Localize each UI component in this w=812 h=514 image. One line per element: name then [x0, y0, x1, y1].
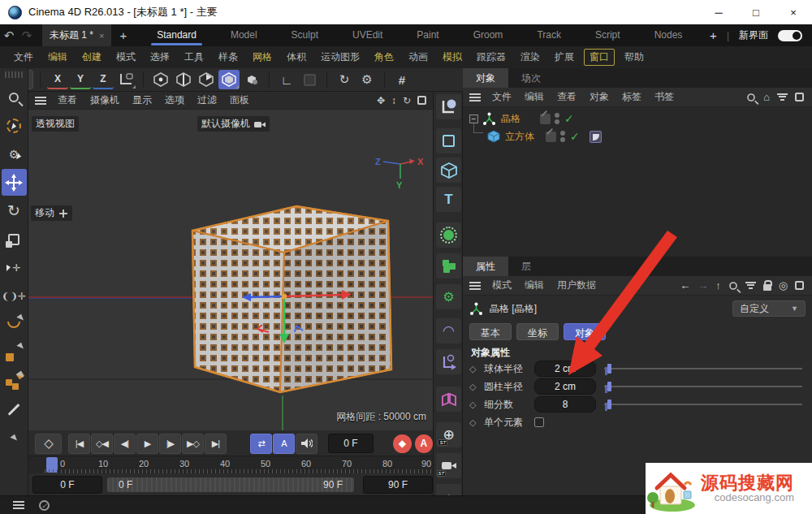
menu-simulate[interactable]: 模拟 — [435, 49, 469, 66]
subdivisions-slider[interactable] — [604, 399, 806, 410]
enabled-check-icon-2[interactable]: ✓ — [570, 130, 580, 143]
menu-render[interactable]: 渲染 — [513, 49, 547, 66]
sphere-radius-slider[interactable] — [604, 363, 806, 374]
next-frame-button[interactable]: |▶ — [159, 434, 181, 454]
workplane-button[interactable]: ∟ — [276, 70, 297, 89]
tab-objects[interactable]: 对象 — [463, 68, 508, 88]
range-start-field[interactable]: 0 F — [32, 476, 102, 494]
range-slider[interactable]: 0 F 90 F — [107, 477, 354, 492]
am-popout-icon[interactable] — [795, 281, 804, 290]
stage-camera-button[interactable]: ST — [436, 453, 461, 478]
orbit-view-icon[interactable]: ↻ — [403, 95, 411, 106]
lock-y-axis-button[interactable]: Y — [70, 70, 91, 89]
menu-tools[interactable]: 工具 — [177, 49, 211, 66]
tweak-tool-button[interactable]: ⚙ — [2, 140, 27, 167]
menu-volume[interactable]: 体积 — [279, 49, 313, 66]
key-diamond-icon-4[interactable]: ◇ — [469, 417, 484, 428]
key-diamond-icon-2[interactable]: ◇ — [469, 382, 484, 392]
goto-start-button[interactable]: |◀ — [68, 434, 90, 454]
om-menu-view[interactable]: 查看 — [551, 89, 583, 106]
toggle-panel-icon[interactable] — [417, 96, 426, 105]
autokey-record-button[interactable]: A — [415, 434, 434, 453]
brush-tool-button[interactable] — [2, 396, 27, 423]
bend-deformer-button[interactable]: ◠ — [436, 318, 461, 343]
document-tab[interactable]: 未标题 1 * × — [42, 24, 111, 46]
vp-menu-camera[interactable]: 摄像机 — [84, 92, 126, 109]
am-menu-edit[interactable]: 编辑 — [518, 277, 551, 294]
close-tab-icon[interactable]: × — [99, 31, 104, 41]
om-menu-objects[interactable]: 对象 — [583, 89, 615, 106]
camera-label[interactable]: 默认摄像机 — [197, 116, 270, 132]
spline-pen-palette-button[interactable] — [436, 94, 461, 119]
vp-menu-display[interactable]: 显示 — [126, 92, 158, 109]
viewport-menu-icon[interactable] — [35, 97, 46, 105]
coordinate-system-button[interactable] — [115, 70, 136, 89]
vp-menu-filter[interactable]: 过滤 — [191, 92, 223, 109]
modeling-settings-button[interactable]: ⚙ — [356, 70, 378, 89]
am-lock-icon[interactable] — [763, 284, 771, 291]
cylinder-radius-slider[interactable] — [604, 381, 806, 392]
lock-z-axis-button[interactable]: Z — [93, 70, 114, 89]
tab-standard[interactable]: Standard — [140, 24, 214, 46]
pen-primitives-button[interactable] — [2, 368, 27, 395]
edit-toggle-icon-2[interactable] — [546, 132, 556, 142]
current-frame-field[interactable]: 0 F — [328, 434, 374, 453]
palette-grip[interactable] — [5, 71, 23, 78]
nav-back-icon[interactable]: ← — [680, 279, 690, 292]
am-menu-icon[interactable] — [469, 282, 481, 290]
sphere-radius-field[interactable]: 2 cm — [534, 361, 596, 377]
om-home-icon[interactable]: ⌂ — [763, 91, 770, 103]
menu-character[interactable]: 角色 — [367, 49, 401, 66]
sound-button[interactable] — [296, 434, 317, 454]
grid-toggle-button[interactable]: # — [391, 70, 412, 89]
tab-basic[interactable]: 基本 — [469, 323, 512, 340]
viewport[interactable]: Z X Y 查看 摄像机 显示 选项 过滤 面板 ✥ ↕ ↻ 透视视图 默认摄像… — [28, 92, 433, 430]
menu-window[interactable]: 窗口 — [584, 49, 615, 66]
tab-layers[interactable]: 层 — [508, 257, 544, 276]
symmetry-button[interactable] — [436, 387, 461, 412]
key-diamond-icon[interactable]: ◇ — [469, 364, 484, 374]
text-object-button[interactable]: T — [436, 187, 461, 212]
tab-takes[interactable]: 场次 — [508, 68, 554, 88]
menu-mesh[interactable]: 网格 — [245, 49, 279, 66]
add-document-button[interactable]: + — [111, 28, 135, 42]
rectangle-spline-button[interactable] — [436, 128, 461, 153]
sketch-spline-button[interactable] — [2, 339, 27, 366]
timeline-ruler[interactable]: 0 10 20 30 40 50 60 70 80 90 — [28, 456, 433, 473]
field-object-button[interactable] — [436, 349, 461, 374]
live-selection-button[interactable] — [2, 112, 27, 139]
subdivisions-field[interactable]: 8 — [534, 396, 596, 412]
edit-toggle-icon[interactable] — [540, 114, 551, 124]
nav-forward-icon[interactable]: → — [698, 279, 708, 292]
view-label[interactable]: 透视视图 — [32, 116, 79, 132]
prev-key-button[interactable]: ◇◀ — [91, 434, 113, 454]
redo-icon[interactable]: ↷ — [18, 28, 36, 43]
undo-icon[interactable]: ↶ — [0, 28, 18, 43]
tab-uvedit[interactable]: UVEdit — [335, 24, 400, 46]
nav-up-icon[interactable]: ↑ — [715, 279, 721, 292]
tab-model[interactable]: Model — [214, 24, 274, 46]
maximize-button[interactable]: □ — [737, 0, 775, 24]
scale-tool-button[interactable] — [2, 226, 27, 253]
tab-paint[interactable]: Paint — [400, 24, 456, 46]
snap-disabled-button[interactable] — [299, 70, 320, 89]
menu-tracker[interactable]: 跟踪器 — [469, 49, 513, 66]
key-diamond-icon-3[interactable]: ◇ — [469, 400, 484, 410]
phong-tag-icon[interactable] — [590, 131, 602, 143]
am-menu-mode[interactable]: 模式 — [486, 277, 518, 294]
spline-pen-button[interactable] — [2, 311, 27, 338]
single-elements-checkbox[interactable] — [534, 417, 544, 427]
zoom-tool-button[interactable] — [2, 84, 27, 110]
model-mode-button[interactable] — [218, 70, 240, 89]
lock-x-axis-button[interactable]: X — [47, 70, 68, 89]
lattice-cube-object[interactable] — [192, 206, 391, 392]
menu-spline[interactable]: 样条 — [211, 49, 245, 66]
menu-select[interactable]: 选择 — [143, 49, 177, 66]
stage-object-button[interactable]: ⊕ST — [436, 422, 461, 447]
soft-move-tool-button[interactable]: ❨❩ ✛ — [2, 283, 27, 309]
am-menu-userdata[interactable]: 用户数据 — [551, 277, 603, 294]
tree-row-cube[interactable]: 立方体 ✓ — [487, 128, 602, 145]
om-menu-tags[interactable]: 标签 — [615, 89, 648, 106]
new-interface-toggle[interactable] — [778, 30, 802, 41]
om-menu-bookmarks[interactable]: 书签 — [648, 89, 680, 106]
